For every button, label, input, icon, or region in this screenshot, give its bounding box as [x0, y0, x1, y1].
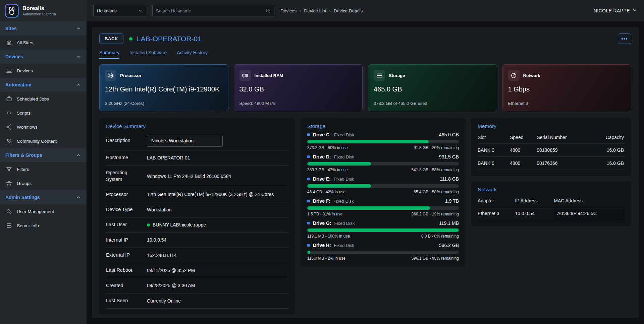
- breadcrumb: Devices›Device List›Device Details: [280, 8, 363, 13]
- storage-icon: [374, 70, 385, 81]
- hostname-filter-dropdown[interactable]: Hostname: [93, 5, 146, 16]
- summary-label: Device Type: [106, 206, 147, 213]
- summary-value: BUNNY-LAB\nicole.rappe: [147, 221, 288, 228]
- sidebar-item-label: Scripts: [17, 111, 31, 116]
- drive-bullet-icon: [307, 178, 310, 180]
- storage-panel-title: Storage: [307, 123, 459, 129]
- cell-mac-address: A0:36:9F:94:26:5C: [554, 207, 625, 220]
- tab-activity-history[interactable]: Activity History: [177, 50, 208, 59]
- app: Borealis Automation Platform Sites All S…: [0, 0, 644, 324]
- device-summary-panel: Device Summary Description Hostname LAB-…: [99, 118, 295, 315]
- sidebar-item-user-management[interactable]: User Management: [0, 204, 87, 218]
- summary-row-description: Description: [106, 131, 288, 150]
- drive-remaining: 360.2 GB - 19% remaining: [412, 212, 459, 216]
- sidebar-item-all-sites[interactable]: All Sites: [0, 36, 87, 50]
- summary-value: 162.248.8.114: [147, 252, 288, 259]
- sidebar-section-filters-groups[interactable]: Filters & Groups: [0, 148, 87, 162]
- tab-summary[interactable]: Summary: [99, 50, 119, 59]
- summary-label: Last User: [106, 221, 147, 228]
- sidebar-item-groups[interactable]: Groups: [0, 176, 87, 190]
- metric-card-label: Network: [523, 73, 540, 78]
- summary-row-device-type: Device Type Workstation: [106, 202, 288, 217]
- summary-value: 10.0.0.54: [147, 237, 288, 243]
- tab-installed-software[interactable]: Installed Software: [129, 50, 167, 59]
- user-menu[interactable]: NICOLE RAPPE: [594, 8, 637, 14]
- search-input[interactable]: [156, 8, 265, 13]
- sidebar-section-label: Sites: [5, 26, 16, 31]
- drive-used: 46.4 GB - 42% in use: [307, 190, 345, 194]
- storage-panel: Storage Drive C: Fixed Disk 465.0 GB 373…: [301, 118, 466, 267]
- device-details-panel: BACK LAB-OPERATOR-01 ••• SummaryInstalle…: [92, 27, 639, 318]
- drive-drive-c: Drive C: Fixed Disk 465.0 GB 373.2 GB - …: [307, 132, 459, 150]
- sidebar-item-label: Server Info: [17, 223, 39, 228]
- sidebar-section-admin-settings[interactable]: Admin Settings: [0, 190, 87, 204]
- column-header-serial-number: Serial Number: [537, 131, 592, 144]
- column-header-slot: Slot: [478, 131, 510, 144]
- ram-icon: [239, 70, 251, 81]
- chevron-up-icon: [76, 195, 81, 200]
- laptop-icon: [6, 68, 12, 74]
- building-icon: [6, 40, 12, 46]
- chevron-up-icon: [76, 54, 81, 59]
- sidebar-item-scheduled-jobs[interactable]: Scheduled Jobs: [0, 92, 87, 106]
- memory-panel: Memory SlotSpeedSerial NumberCapacityBAN…: [471, 118, 631, 176]
- drive-usage-bar: [307, 251, 459, 254]
- metric-card-installed-ram: Installed RAM 32.0 GB Speed: 4800 MT/s: [234, 64, 363, 111]
- metric-card-value: 465.0 GB: [374, 85, 491, 93]
- sidebar-item-workflows[interactable]: Workflows: [0, 120, 87, 134]
- drive-bullet-icon: [307, 133, 310, 136]
- filter-dropdown-value: Hostname: [97, 8, 117, 13]
- device-tabs: SummaryInstalled SoftwareActivity Histor…: [99, 50, 631, 59]
- sidebar-section-label: Devices: [5, 54, 23, 59]
- breadcrumb-devices[interactable]: Devices: [280, 8, 297, 13]
- column-header-adapter: Adapter: [478, 195, 515, 207]
- metric-card-subtext: Speed: 4800 MT/s: [239, 101, 357, 106]
- summary-row-external-ip: External IP 162.248.8.114: [106, 248, 288, 263]
- drive-bullet-icon: [307, 200, 310, 202]
- brand[interactable]: Borealis Automation Platform: [0, 0, 87, 21]
- summary-row-last-user: Last User BUNNY-LAB\nicole.rappe: [106, 217, 288, 233]
- more-actions-button[interactable]: •••: [618, 34, 631, 44]
- sidebar-section-devices[interactable]: Devices: [0, 50, 87, 64]
- sidebar-item-label: Devices: [17, 68, 33, 73]
- drive-usage-fill: [307, 162, 371, 166]
- back-button[interactable]: BACK: [99, 34, 123, 44]
- summary-value: Workstation: [147, 206, 288, 213]
- metric-card-value: 12th Gen Intel(R) Core(TM) i9-12900K: [105, 85, 223, 93]
- search-icon[interactable]: [265, 8, 271, 13]
- drive-remaining: 91.8 GB - 20% remaining: [414, 145, 459, 150]
- column-header-speed: Speed: [510, 131, 537, 144]
- user-name: NICOLE RAPPE: [594, 8, 630, 13]
- sidebar-item-server-info[interactable]: Server Info: [0, 218, 87, 233]
- chevron-up-icon: [76, 26, 81, 31]
- drive-usage-fill: [307, 184, 371, 188]
- drive-size: 596.2 GB: [439, 243, 459, 248]
- sidebar-item-scripts[interactable]: Scripts: [0, 106, 87, 120]
- summary-label: Operating System: [106, 170, 147, 183]
- rabbit-logo-icon: [5, 4, 19, 18]
- summary-label: Last Reboot: [106, 267, 147, 274]
- sidebar-item-label: User Management: [17, 209, 54, 214]
- sidebar-section-automation[interactable]: Automation: [0, 78, 87, 92]
- device-summary-title: Device Summary: [106, 123, 288, 129]
- drive-list: Drive C: Fixed Disk 465.0 GB 373.2 GB - …: [307, 132, 459, 261]
- breadcrumb-device-list[interactable]: Device List: [304, 8, 326, 13]
- description-input[interactable]: [147, 135, 223, 147]
- summary-row-internal-ip: Internal IP 10.0.0.54: [106, 233, 288, 248]
- metric-cards: Processor 12th Gen Intel(R) Core(TM) i9-…: [99, 64, 631, 111]
- cell-ip-address: 10.0.0.54: [515, 207, 554, 220]
- drive-size: 931.5 GB: [439, 154, 459, 159]
- drive-used: 116.0 MB - 2% in use: [307, 256, 345, 261]
- sidebar-item-devices[interactable]: Devices: [0, 64, 87, 78]
- summary-label: External IP: [106, 252, 147, 259]
- summary-row-last-seen: Last Seen Currently Online: [106, 294, 288, 309]
- sidebar-section-sites[interactable]: Sites: [0, 21, 87, 36]
- sidebar-item-label: Workflows: [17, 125, 38, 130]
- search-box[interactable]: [152, 5, 274, 16]
- drive-bullet-icon: [307, 244, 310, 247]
- sidebar-item-filters[interactable]: Filters: [0, 162, 87, 176]
- sidebar-item-community-content[interactable]: Community Content: [0, 134, 87, 148]
- drive-name: Drive H:: [313, 243, 331, 248]
- metric-card-value: 1 Gbps: [508, 85, 626, 93]
- drive-usage-fill: [307, 251, 310, 254]
